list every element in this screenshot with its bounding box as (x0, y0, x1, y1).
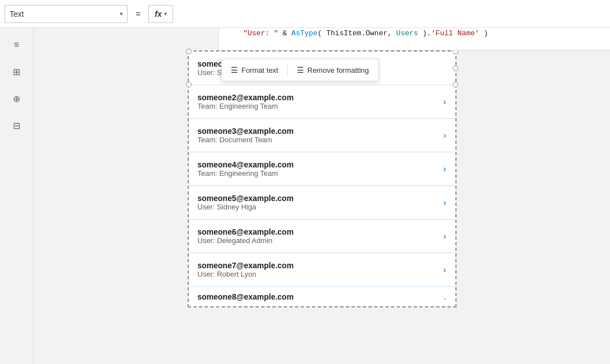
item-3-sub: Team: Document Team (198, 136, 294, 144)
sidebar-icon-components[interactable]: ⊕ (9, 91, 25, 106)
list-item-text: someone6@example.com User: Delegated Adm… (198, 227, 294, 245)
fx-symbol: fx (155, 10, 161, 18)
list-item-text: someone4@example.com Team: Engineering T… (198, 160, 294, 178)
context-menu: ☰ Format text ☰ Remove formatting (221, 59, 379, 81)
format-text-menu-item[interactable]: ☰ Format text (222, 63, 288, 77)
handle-bl[interactable] (186, 82, 192, 87)
fx-arrow-icon: ▾ (164, 11, 167, 17)
remove-formatting-icon: ☰ (297, 66, 304, 74)
equals-sign: = (132, 9, 144, 19)
list-container: someone1@example.com User: Sidney Higa s… (188, 50, 457, 307)
format-text-icon: ☰ (231, 66, 238, 74)
item-6-sub: User: Delegated Admin (198, 236, 294, 245)
item-2-email: someone2@example.com (198, 93, 294, 102)
field-type-dropdown[interactable]: Text ▾ (4, 5, 128, 23)
chevron-down-icon: ▾ (120, 11, 123, 17)
format-text-label: Format text (241, 66, 278, 74)
item-2-sub: Team: Engineering Team (198, 102, 294, 110)
sidebar-icon-menu[interactable]: ≡ (9, 37, 25, 53)
toolbar-left: Text ▾ = fx ▾ (4, 5, 173, 23)
sidebar-icon-layers[interactable]: ⊞ (9, 64, 25, 80)
item-5-sub: User: Sidney Higa (198, 203, 294, 211)
item-3-email: someone3@example.com (198, 127, 294, 136)
remove-formatting-label: Remove formatting (308, 66, 369, 74)
formula-line-3: "User: " & AsType( ThisItem.Owner, Users… (226, 28, 603, 40)
handle-mr[interactable] (453, 66, 458, 71)
list-item[interactable]: someone7@example.com User: Robert Lyon › (189, 253, 455, 287)
list-item-partial[interactable]: someone8@example.com . (189, 287, 455, 306)
field-type-label: Text (10, 10, 118, 18)
chevron-right-icon: › (443, 164, 446, 174)
fx-button[interactable]: fx ▾ (148, 5, 173, 23)
list-item[interactable]: someone4@example.com Team: Engineering T… (189, 152, 455, 186)
remove-formatting-menu-item[interactable]: ☰ Remove formatting (288, 63, 378, 77)
toolbar: Text ▾ = fx ▾ (0, 0, 610, 28)
list-item-text: someone2@example.com Team: Engineering T… (198, 93, 294, 110)
list-item[interactable]: someone3@example.com Team: Document Team… (189, 119, 455, 152)
chevron-right-icon: › (443, 97, 446, 107)
item-8-email: someone8@example.com (198, 292, 294, 301)
chevron-right-icon: . (444, 292, 446, 302)
list-item[interactable]: someone2@example.com Team: Engineering T… (189, 85, 455, 119)
list-item[interactable]: someone6@example.com User: Delegated Adm… (189, 220, 455, 253)
chevron-right-icon: › (443, 265, 446, 275)
item-4-sub: Team: Engineering Team (198, 169, 294, 178)
sidebar-icon-data[interactable]: ⊟ (9, 118, 25, 133)
list-item-text: someone3@example.com Team: Document Team (198, 127, 294, 144)
item-4-email: someone4@example.com (198, 160, 294, 169)
item-5-email: someone5@example.com (198, 194, 294, 203)
list-item-text: someone5@example.com User: Sidney Higa (198, 194, 294, 211)
item-7-sub: User: Robert Lyon (198, 270, 294, 278)
list-item-text: someone8@example.com (198, 292, 294, 301)
list-item[interactable]: someone5@example.com User: Sidney Higa › (189, 186, 455, 220)
handle-tl[interactable] (186, 49, 192, 54)
item-6-email: someone6@example.com (198, 227, 294, 236)
chevron-right-icon: › (443, 231, 446, 241)
item-7-email: someone7@example.com (198, 261, 294, 270)
handle-br[interactable] (453, 82, 458, 87)
list-item-text: someone7@example.com User: Robert Lyon (198, 261, 294, 278)
chevron-right-icon: › (443, 130, 446, 141)
chevron-right-icon: › (443, 198, 446, 208)
sidebar: ≡ ⊞ ⊕ ⊟ (0, 28, 34, 364)
